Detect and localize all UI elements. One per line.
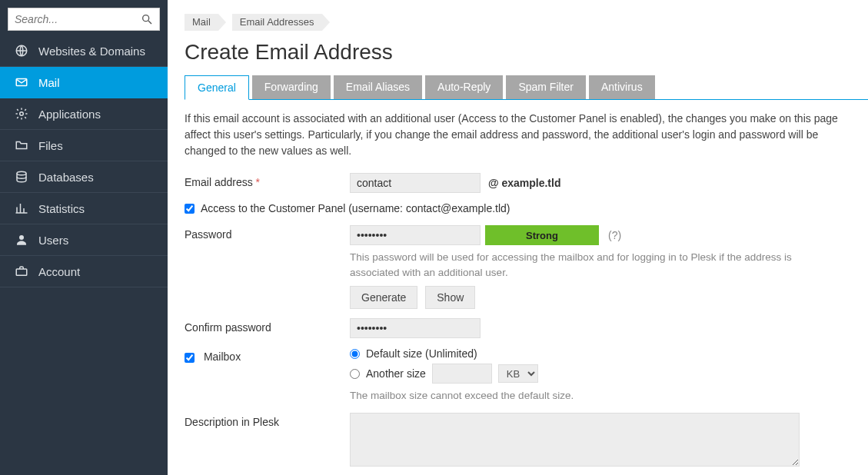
generate-button[interactable]: Generate [350, 286, 417, 309]
svg-point-0 [143, 15, 149, 22]
main-content: Mail Email Addresses Create Email Addres… [168, 0, 868, 475]
access-label: Access to the Customer Panel (username: … [201, 202, 510, 214]
tab-auto-reply[interactable]: Auto-Reply [425, 75, 503, 99]
svg-point-4 [20, 112, 24, 116]
row-email: Email address * @ example.tld [185, 173, 860, 193]
mail-icon [14, 75, 29, 90]
folder-icon [14, 138, 29, 153]
tab-spam-filter[interactable]: Spam Filter [506, 75, 586, 99]
search-container [0, 0, 168, 35]
briefcase-icon [14, 264, 29, 279]
show-button[interactable]: Show [425, 286, 475, 309]
sidebar-item-files[interactable]: Files [0, 130, 168, 161]
mailbox-label: Mailbox [185, 347, 350, 363]
another-size-label: Another size [366, 367, 426, 380]
tabs: General Forwarding Email Aliases Auto-Re… [185, 75, 868, 100]
sidebar-item-label: Websites & Domains [38, 45, 145, 58]
chart-icon [14, 201, 29, 216]
sidebar: Websites & Domains Mail Applications Fil… [0, 0, 168, 475]
sidebar-item-statistics[interactable]: Statistics [0, 193, 168, 224]
sidebar-item-users[interactable]: Users [0, 224, 168, 256]
sidebar-item-databases[interactable]: Databases [0, 161, 168, 193]
sidebar-item-applications[interactable]: Applications [0, 98, 168, 130]
form-content: If this email account is associated with… [168, 100, 868, 475]
row-mailbox: Mailbox Default size (Unlimited) Another… [185, 347, 860, 404]
row-access-customer-panel: Access to the Customer Panel (username: … [185, 202, 860, 214]
access-checkbox[interactable] [185, 204, 195, 214]
sidebar-item-label: Applications [38, 108, 101, 121]
size-unit-select[interactable]: KB [498, 364, 538, 383]
tab-general[interactable]: General [185, 75, 249, 100]
row-password: Password Strong (?) This password will b… [185, 225, 860, 309]
mailbox-checkbox[interactable] [185, 353, 195, 363]
description-label: Description in Plesk [185, 413, 350, 428]
svg-point-5 [17, 171, 26, 175]
email-domain: @ example.tld [488, 177, 561, 189]
password-hint: This password will be used for accessing… [350, 250, 826, 280]
confirm-password-field[interactable] [350, 318, 481, 338]
password-strength-badge: Strong [485, 225, 599, 245]
another-size-radio[interactable] [350, 369, 360, 379]
info-text: If this email account is associated with… [185, 111, 860, 159]
sidebar-item-account[interactable]: Account [0, 256, 168, 287]
mailbox-hint: The mailbox size cannot exceed the defau… [350, 388, 826, 404]
row-confirm-password: Confirm password [185, 318, 860, 338]
user-icon [14, 232, 29, 247]
sidebar-item-mail[interactable]: Mail [0, 67, 168, 98]
sidebar-item-label: Mail [38, 76, 60, 89]
confirm-password-label: Confirm password [185, 318, 350, 334]
sidebar-item-label: Users [38, 234, 68, 247]
default-size-label: Default size (Unlimited) [366, 347, 477, 360]
sidebar-item-label: Files [38, 139, 63, 152]
description-field[interactable] [350, 413, 800, 467]
password-field[interactable] [350, 225, 481, 245]
sidebar-item-label: Statistics [38, 202, 85, 215]
tab-email-aliases[interactable]: Email Aliases [334, 75, 422, 99]
gear-icon [14, 106, 29, 121]
globe-icon [14, 43, 29, 58]
breadcrumb-item[interactable]: Email Addresses [232, 14, 322, 31]
breadcrumb-item[interactable]: Mail [185, 14, 218, 31]
another-size-field[interactable] [432, 364, 492, 384]
search-icon [141, 13, 153, 25]
sidebar-item-label: Account [38, 265, 80, 278]
svg-rect-7 [16, 269, 27, 275]
page-title: Create Email Address [168, 35, 868, 72]
help-icon[interactable]: (?) [608, 229, 621, 241]
search-input[interactable] [15, 13, 141, 25]
email-label: Email address * [185, 173, 350, 188]
search-box[interactable] [8, 8, 160, 31]
row-description: Description in Plesk The description is … [185, 413, 860, 475]
breadcrumb: Mail Email Addresses [168, 0, 868, 35]
tab-antivirus[interactable]: Antivirus [589, 75, 655, 99]
sidebar-item-websites-domains[interactable]: Websites & Domains [0, 35, 168, 67]
password-label: Password [185, 225, 350, 241]
svg-line-1 [148, 21, 151, 24]
database-icon [14, 169, 29, 184]
default-size-radio[interactable] [350, 349, 360, 359]
tab-forwarding[interactable]: Forwarding [252, 75, 331, 99]
svg-point-6 [19, 235, 24, 240]
email-field[interactable] [350, 173, 481, 193]
sidebar-item-label: Databases [38, 171, 94, 184]
